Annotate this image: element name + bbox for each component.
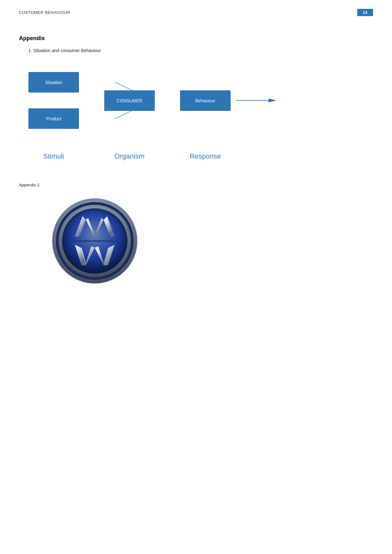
page-header: CUSTOMER BEHAVIOUR 13 bbox=[0, 0, 392, 16]
appendix-list-item: 1. Situation and consumer Behaviour bbox=[28, 48, 373, 53]
stimulus-organism-response-diagram: Situation Product CONSUMER Behaviour Sti… bbox=[19, 63, 373, 164]
consumer-box: CONSUMER bbox=[104, 90, 155, 111]
vw-logo bbox=[51, 197, 139, 285]
svg-point-8 bbox=[72, 240, 118, 242]
response-label: Response bbox=[180, 152, 231, 160]
product-box: Product bbox=[28, 108, 79, 129]
main-content: Appendix 1. Situation and consumer Behav… bbox=[0, 16, 392, 285]
appendix2-label: Appendix 2 bbox=[19, 183, 373, 187]
appendix-heading: Appendix bbox=[19, 35, 373, 42]
situation-box: Situation bbox=[28, 72, 79, 93]
organism-label: Organism bbox=[104, 152, 155, 160]
behaviour-box: Behaviour bbox=[180, 90, 231, 111]
header-title: CUSTOMER BEHAVIOUR bbox=[19, 10, 70, 15]
stimuli-label: Stimuli bbox=[28, 152, 79, 160]
page-number: 13 bbox=[357, 9, 373, 16]
